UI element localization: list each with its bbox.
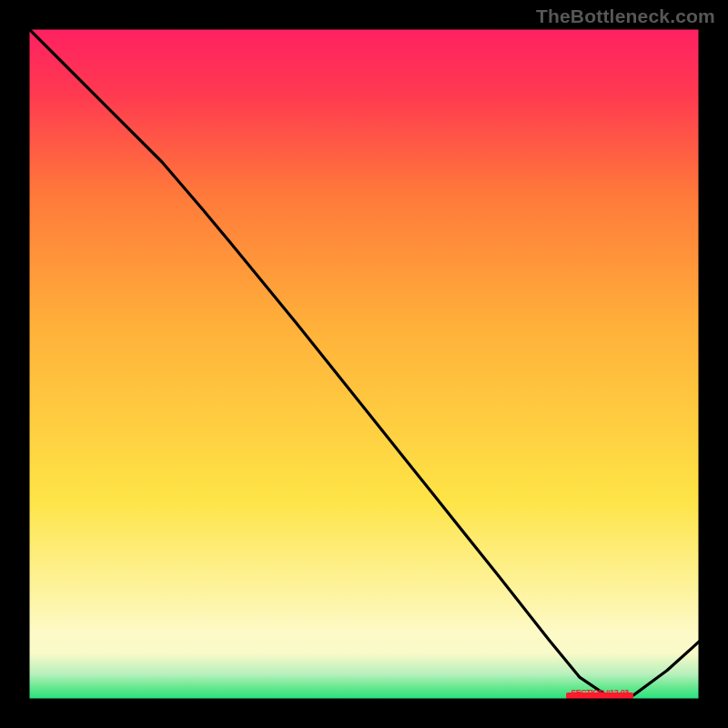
chart-frame: TheBottleneck.com SECTION #12-03 — [0, 0, 728, 728]
marker-label: SECTION #12-03 — [571, 688, 629, 697]
plot-area: SECTION #12-03 — [27, 27, 701, 701]
watermark-text: TheBottleneck.com — [536, 5, 715, 27]
optimal-marker: SECTION #12-03 — [566, 688, 633, 699]
chart-svg: SECTION #12-03 — [27, 27, 701, 701]
